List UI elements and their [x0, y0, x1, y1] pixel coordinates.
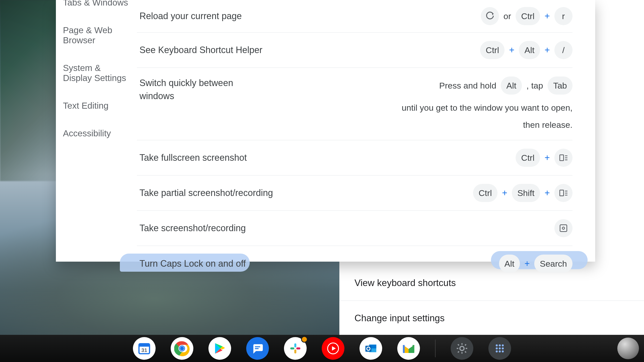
shortcut-keys: or Ctrl + r — [481, 7, 573, 25]
shelf-app-input-method[interactable] — [488, 337, 511, 360]
shortcut-label: Take partial screenshot/recording — [139, 186, 273, 199]
svg-text:31: 31 — [141, 347, 147, 353]
key-ctrl: Ctrl — [473, 184, 497, 202]
shelf-app-play-store[interactable] — [208, 337, 231, 360]
overview-key-icon — [554, 184, 573, 202]
notification-badge — [301, 336, 308, 343]
svg-rect-20 — [413, 345, 414, 353]
sidebar-item-page-web-browser[interactable]: Page & Web Browser — [63, 19, 132, 57]
shortcut-keys: Ctrl + — [516, 149, 573, 167]
instruction-text: until you get to the window you want to … — [396, 99, 573, 133]
sidebar-item-accessibility[interactable]: Accessibility — [63, 122, 132, 150]
shelf-app-messages[interactable] — [246, 337, 269, 360]
shortcut-label: Take screenshot/recording — [139, 222, 246, 235]
svg-point-30 — [502, 350, 504, 352]
plus-icon: + — [509, 41, 514, 59]
key-ctrl: Ctrl — [480, 41, 505, 59]
shortcut-label: Reload your current page — [139, 10, 242, 23]
shortcut-row-caps-lock: Turn Caps Lock on and off Alt + Search — [137, 246, 573, 281]
overview-key-icon — [554, 149, 573, 167]
shelf-app-calendar[interactable]: 31 — [133, 337, 156, 360]
shortcut-category-sidebar: Tabs & Windows Page & Web Browser System… — [56, 0, 137, 262]
instruction-text: , tap — [526, 77, 543, 94]
shortcut-row-partial-screenshot: Take partial screenshot/recording Ctrl +… — [137, 176, 573, 211]
shortcut-label: Turn Caps Lock on and off — [139, 257, 246, 270]
sidebar-item-system-display[interactable]: System & Display Settings — [63, 57, 132, 95]
svg-rect-11 — [290, 347, 294, 349]
shortcut-label: Take fullscreen screenshot — [139, 151, 247, 164]
svg-point-25 — [496, 347, 498, 349]
shortcut-row-switch-windows: Switch quickly between windows Press and… — [137, 68, 573, 140]
shortcut-keys — [554, 219, 573, 237]
or-text: or — [504, 8, 511, 25]
shortcut-label: See Keyboard Shortcut Helper — [139, 44, 262, 57]
key-r: r — [554, 7, 573, 25]
shelf-status-area[interactable] — [617, 338, 644, 359]
plus-icon: + — [545, 7, 550, 25]
shortcut-row-fullscreen-screenshot: Take fullscreen screenshot Ctrl + — [137, 140, 573, 176]
svg-point-27 — [502, 347, 504, 349]
key-ctrl: Ctrl — [516, 7, 540, 25]
svg-point-29 — [499, 350, 501, 352]
plus-icon: + — [545, 41, 550, 59]
key-alt: Alt — [499, 255, 520, 273]
shortcut-list: Reload your current page or Ctrl + r See… — [137, 0, 595, 262]
sidebar-item-tabs-windows[interactable]: Tabs & Windows — [63, 0, 132, 19]
svg-point-28 — [496, 350, 498, 352]
plus-icon: + — [524, 255, 530, 273]
svg-rect-12 — [294, 349, 296, 353]
chromeos-shelf: 31 — [0, 335, 644, 362]
svg-rect-17 — [365, 346, 371, 352]
svg-point-26 — [499, 347, 501, 349]
shortcut-keys: Press and hold Alt , tap Tab until you g… — [270, 76, 573, 133]
shortcut-keys: Ctrl + Alt + / — [480, 41, 573, 59]
key-slash: / — [554, 41, 573, 59]
user-avatar[interactable] — [617, 338, 639, 359]
svg-point-22 — [496, 344, 498, 346]
shortcut-row-reload: Reload your current page or Ctrl + r — [137, 0, 573, 33]
shelf-app-gmail[interactable] — [397, 337, 420, 360]
svg-rect-19 — [403, 345, 405, 353]
svg-rect-8 — [255, 346, 260, 347]
shelf-app-slack[interactable] — [284, 337, 307, 360]
shortcut-label: Switch quickly between windows — [139, 76, 270, 103]
key-tab: Tab — [548, 76, 573, 95]
key-shift: Shift — [512, 184, 540, 202]
sidebar-item-text-editing[interactable]: Text Editing — [63, 95, 132, 122]
svg-rect-1 — [139, 344, 150, 347]
shelf-separator — [435, 340, 436, 357]
settings-row-change-input[interactable]: Change input settings — [339, 301, 644, 336]
svg-point-24 — [502, 344, 504, 346]
shortcut-row-helper: See Keyboard Shortcut Helper Ctrl + Alt … — [137, 33, 573, 68]
keyboard-shortcuts-window: Tabs & Windows Page & Web Browser System… — [56, 0, 595, 262]
shelf-app-outlook[interactable] — [360, 337, 382, 360]
svg-rect-9 — [255, 348, 259, 349]
key-alt: Alt — [519, 41, 540, 59]
svg-point-23 — [499, 344, 501, 346]
reload-icon — [481, 7, 499, 25]
instruction-text: Press and hold — [439, 77, 496, 94]
key-search: Search — [534, 255, 573, 273]
shelf-app-youtube-music[interactable] — [322, 337, 344, 360]
shelf-app-settings[interactable] — [451, 337, 473, 360]
svg-rect-13 — [296, 347, 300, 349]
shortcut-keys: Alt + Search — [499, 255, 573, 273]
plus-icon: + — [545, 149, 550, 167]
key-ctrl: Ctrl — [516, 149, 540, 167]
shelf-pinned-apps: 31 — [133, 337, 511, 360]
shortcut-label-text: Turn Caps Lock on and off — [139, 258, 246, 269]
shortcut-row-take-screenshot: Take screenshot/recording — [137, 211, 573, 246]
key-alt: Alt — [501, 76, 522, 95]
screen-capture-key-icon — [554, 219, 573, 237]
plus-icon: + — [545, 184, 550, 202]
svg-point-7 — [180, 346, 184, 350]
svg-point-21 — [460, 346, 464, 351]
shelf-app-chrome[interactable] — [171, 337, 193, 360]
plus-icon: + — [502, 184, 507, 202]
svg-rect-10 — [294, 343, 296, 347]
shortcut-keys: Ctrl + Shift + — [473, 184, 573, 202]
